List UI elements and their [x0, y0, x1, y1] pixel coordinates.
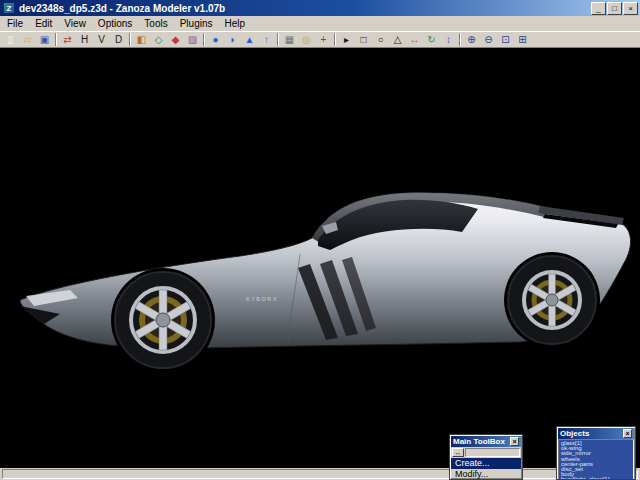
toolbar: ▯ ▱ ▣ ⇄ H V D ◧ ◇ ◆ ▨ ● ◗ ▲ ↑ ▦ — [0, 31, 640, 48]
axes-icon[interactable]: + — [315, 32, 332, 47]
main-toolbox-panel: Main ToolBox × ↔ Create... Modify... — [449, 434, 523, 480]
spiral-icon[interactable]: ◎ — [298, 32, 315, 47]
viewport-3d[interactable]: KYBORX — [0, 48, 640, 468]
select-quad-icon[interactable]: □ — [355, 32, 372, 47]
toolbox-nav-well — [465, 448, 520, 457]
objects-panel-title: Objects — [560, 429, 589, 438]
sphere-primitive-icon[interactable]: ● — [207, 32, 224, 47]
menu-edit[interactable]: Edit — [29, 17, 58, 30]
status-message-field — [2, 469, 456, 479]
toolbox-nav-button[interactable]: ↔ — [452, 448, 464, 457]
maximize-button[interactable]: □ — [607, 2, 622, 15]
menu-plugins[interactable]: Plugins — [174, 17, 219, 30]
scale-tool-icon[interactable]: ↕ — [440, 32, 457, 47]
open-icon[interactable]: ▱ — [19, 32, 36, 47]
menu-bar: File Edit View Options Tools Plugins Hel… — [0, 16, 640, 31]
objects-list: glass[1] ok-wing side_mirror wheels cent… — [558, 439, 634, 480]
save-icon[interactable]: ▣ — [36, 32, 53, 47]
cone-primitive-icon[interactable]: ▲ — [241, 32, 258, 47]
objects-panel-close-icon[interactable]: × — [623, 429, 632, 438]
select-poly-icon[interactable]: △ — [389, 32, 406, 47]
toolbar-separator — [129, 33, 131, 46]
menu-file[interactable]: File — [1, 17, 29, 30]
select-circle-icon[interactable]: ○ — [372, 32, 389, 47]
menu-view[interactable]: View — [58, 17, 92, 30]
toolbox-item[interactable]: Create... — [451, 458, 521, 469]
toolbar-separator — [55, 33, 57, 46]
hemisphere-primitive-icon[interactable]: ◗ — [224, 32, 241, 47]
objects-panel: Objects × glass[1] ok-wing side_mirror w… — [556, 426, 636, 480]
select-arrow-icon[interactable]: ▸ — [338, 32, 355, 47]
arrow-primitive-icon[interactable]: ↑ — [258, 32, 275, 47]
grid-icon[interactable]: ▦ — [281, 32, 298, 47]
zoom-out-icon[interactable]: ⊖ — [480, 32, 497, 47]
view-double-button[interactable]: D — [110, 32, 127, 47]
zoom-in-icon[interactable]: ⊕ — [463, 32, 480, 47]
car-render: KYBORX — [0, 48, 640, 468]
menu-help[interactable]: Help — [219, 17, 252, 30]
view-vertical-button[interactable]: V — [93, 32, 110, 47]
menu-tools[interactable]: Tools — [138, 17, 173, 30]
new-icon[interactable]: ▯ — [2, 32, 19, 47]
zoom-extents-icon[interactable]: ⊞ — [514, 32, 531, 47]
toolbar-separator — [203, 33, 205, 46]
import-icon[interactable]: ⇄ — [59, 32, 76, 47]
toolbox-item[interactable]: Modify... — [451, 469, 521, 480]
status-bar: 6.2216 — [0, 468, 640, 480]
toolbar-separator — [277, 33, 279, 46]
close-button[interactable]: × — [623, 2, 638, 15]
app-icon-glyph: Z — [7, 4, 12, 13]
objects-panel-titlebar[interactable]: Objects × — [558, 428, 634, 439]
wireframe-mode-icon[interactable]: ◇ — [150, 32, 167, 47]
shaded-mode-icon[interactable]: ◆ — [167, 32, 184, 47]
app-window: Z dev2348s_dp5.z3d - Zanoza Modeler v1.0… — [0, 0, 640, 48]
toolbox-menu: Create... Modify... — [451, 458, 521, 480]
rotate-tool-icon[interactable]: ↻ — [423, 32, 440, 47]
menu-options[interactable]: Options — [92, 17, 138, 30]
app-icon: Z — [3, 2, 15, 14]
zoom-region-icon[interactable]: ⊡ — [497, 32, 514, 47]
textured-mode-icon[interactable]: ▨ — [184, 32, 201, 47]
main-toolbox-titlebar[interactable]: Main ToolBox × — [451, 436, 521, 447]
view-horizontal-button[interactable]: H — [76, 32, 93, 47]
title-bar[interactable]: Z dev2348s_dp5.z3d - Zanoza Modeler v1.0… — [0, 0, 640, 16]
main-toolbox-close-icon[interactable]: × — [510, 437, 519, 446]
toolbox-nav-row: ↔ — [451, 447, 521, 458]
main-toolbox-title: Main ToolBox — [453, 437, 505, 446]
car-decal-text: KYBORX — [246, 296, 278, 302]
toolbar-separator — [459, 33, 461, 46]
toolbar-separator — [334, 33, 336, 46]
move-tool-icon[interactable]: ↔ — [406, 32, 423, 47]
window-title: dev2348s_dp5.z3d - Zanoza Modeler v1.07b — [19, 3, 590, 14]
minimize-button[interactable]: _ — [591, 2, 606, 15]
render-mode-icon[interactable]: ◧ — [133, 32, 150, 47]
window-controls: _ □ × — [590, 2, 638, 15]
